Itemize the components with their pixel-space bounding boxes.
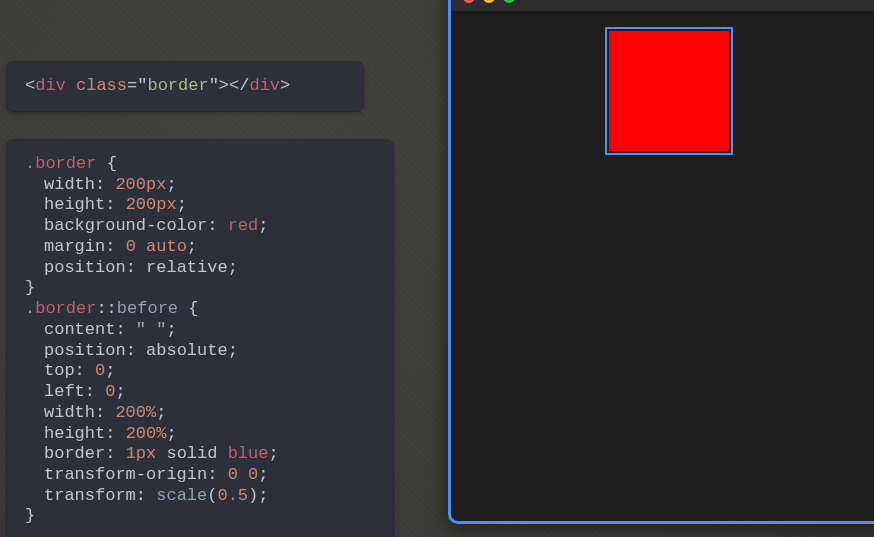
css-close: } bbox=[25, 278, 375, 299]
css-decl: margin: 0 auto; bbox=[25, 237, 375, 258]
css-decl: top: 0; bbox=[25, 361, 375, 382]
html-code-panel: <div class="border"></div> bbox=[7, 62, 363, 111]
css-decl: height: 200%; bbox=[25, 424, 375, 445]
titlebar bbox=[451, 0, 874, 11]
css-close: } bbox=[25, 506, 375, 527]
css-selector-line: .border { bbox=[25, 154, 375, 175]
css-decl: left: 0; bbox=[25, 382, 375, 403]
css-decl: width: 200%; bbox=[25, 403, 375, 424]
minimize-icon[interactable] bbox=[483, 0, 495, 3]
css-decl: border: 1px solid blue; bbox=[25, 444, 375, 465]
css-decl: position: absolute; bbox=[25, 341, 375, 362]
border-demo-box bbox=[609, 31, 729, 151]
html-line: <div class="border"></div> bbox=[25, 76, 345, 97]
attr-name: class bbox=[76, 76, 127, 95]
css-decl: height: 200px; bbox=[25, 195, 375, 216]
css-decl: width: 200px; bbox=[25, 175, 375, 196]
angle-open: < bbox=[25, 76, 35, 95]
css-decl: background-color: red; bbox=[25, 216, 375, 237]
class-value: border bbox=[147, 76, 208, 95]
css-decl: transform: scale(0.5); bbox=[25, 486, 375, 507]
css-selector-line: .border::before { bbox=[25, 299, 375, 320]
css-code-panel: .border { width: 200px; height: 200px; b… bbox=[7, 140, 393, 537]
demo-container bbox=[569, 31, 769, 151]
preview-window bbox=[448, 0, 874, 524]
preview-viewport bbox=[451, 11, 874, 521]
css-decl: transform-origin: 0 0; bbox=[25, 465, 375, 486]
maximize-icon[interactable] bbox=[503, 0, 515, 3]
css-decl: position: relative; bbox=[25, 258, 375, 279]
tag-name: div bbox=[35, 76, 66, 95]
close-icon[interactable] bbox=[463, 0, 475, 3]
css-decl: content: " "; bbox=[25, 320, 375, 341]
